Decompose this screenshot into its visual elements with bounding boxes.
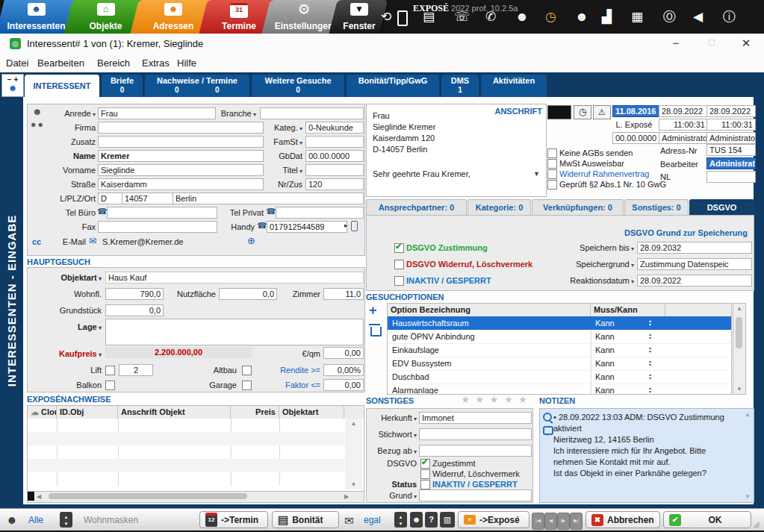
- stepper-icon[interactable]: ▴▾: [649, 319, 651, 327]
- col-musskann[interactable]: Muss/Kann: [591, 304, 665, 316]
- tab-bonitaet-tipp-gwg[interactable]: Bonität/Tipp/GwG: [347, 75, 439, 97]
- phone-list-icon[interactable]: ☏: [454, 9, 470, 25]
- info-icon[interactable]: ⓘ: [723, 9, 736, 25]
- mobile-icon[interactable]: [351, 221, 358, 231]
- phone-add-icon[interactable]: ✆: [485, 9, 496, 25]
- stepper-icon[interactable]: ▴▾: [649, 387, 651, 394]
- handy-input[interactable]: 017912544589: [267, 221, 347, 233]
- termin-button[interactable]: 12 ->Termin: [199, 511, 268, 528]
- mail-egal-value[interactable]: egal: [364, 515, 381, 525]
- mail-icon[interactable]: ✉: [344, 514, 354, 528]
- help-button[interactable]: ?: [425, 512, 438, 528]
- subtab-kategorie[interactable]: Kategorie: 0: [468, 199, 531, 216]
- cc-label[interactable]: cc: [32, 237, 41, 248]
- col-cloud[interactable]: ☁ Cloud: [28, 406, 57, 419]
- minimize-button[interactable]: −: [665, 37, 687, 49]
- col-idobj[interactable]: ID.Obj: [57, 406, 118, 419]
- exposenachweise-vscrollbar[interactable]: ▲ ▼: [345, 419, 362, 489]
- media-icon[interactable]: ◀: [693, 9, 703, 25]
- scroll-up-icon[interactable]: ▲: [345, 420, 362, 427]
- gesuchoptionen-vscrollbar[interactable]: ▲ ▼: [733, 303, 746, 395]
- topnav-adressen[interactable]: ☻ Adressen: [139, 0, 208, 34]
- color-swatch[interactable]: [547, 105, 571, 119]
- tab-weitere-gesuche[interactable]: Weitere Gesuche 0: [252, 75, 344, 97]
- plz-input[interactable]: 14057: [122, 193, 176, 204]
- notizen-panel[interactable]: • 28.09.2022 13:03 ADM: DSGVO Zustimmung…: [539, 408, 754, 503]
- nav-next-button[interactable]: ▶: [557, 513, 570, 530]
- firma-input[interactable]: [98, 122, 264, 134]
- scroll-down-icon[interactable]: ▼: [745, 493, 751, 500]
- person-map-icon[interactable]: ☻: [410, 512, 423, 528]
- outlook-icon[interactable]: Ⓞ: [663, 9, 676, 25]
- scroll-right-icon[interactable]: ▶: [344, 493, 349, 500]
- ok-button[interactable]: ✔ OK: [663, 511, 751, 528]
- option-row[interactable]: Einkaufslage Kann ▴▾: [388, 343, 731, 357]
- altbau-checkbox[interactable]: [242, 366, 252, 375]
- add-option-button[interactable]: +: [369, 303, 377, 319]
- widerruf-rahmen-label[interactable]: Widerruf Rahmenvertrag: [559, 169, 649, 180]
- grund-input[interactable]: [419, 489, 532, 501]
- maximize-button[interactable]: □: [701, 37, 723, 48]
- expose-button[interactable]: » ->Exposé: [458, 511, 529, 528]
- topnav-objekte[interactable]: ⌂ Objekte: [72, 0, 139, 34]
- contacts-mail-icon[interactable]: ☻: [515, 9, 529, 25]
- subtab-ansprechpartner[interactable]: Ansprechpartner: 0: [366, 199, 467, 216]
- stopwatch-icon[interactable]: ◷: [545, 9, 556, 25]
- view-date[interactable]: 28.09.2022: [706, 105, 756, 117]
- speichergrund-input[interactable]: Zustimmung Datenspeic: [637, 258, 752, 270]
- mod-user[interactable]: Administrator: [659, 132, 708, 144]
- dsgvo-widerruf-checkbox[interactable]: [394, 260, 404, 269]
- option-row[interactable]: EDV Bussystem Kann ▴▾: [388, 357, 731, 371]
- magnifier-icon[interactable]: [543, 413, 552, 422]
- greeting-dropdown-icon[interactable]: ▼: [533, 170, 540, 178]
- topnav-interessenten[interactable]: ☻ Interessenten: [0, 0, 72, 34]
- telbuero-input[interactable]: [107, 207, 217, 219]
- mail-stepper[interactable]: ▲▼: [394, 512, 407, 528]
- speichern-bis-input[interactable]: 28.09.2032: [637, 242, 752, 254]
- greeting-value[interactable]: Sehr geehrte Frau Kremer,: [373, 169, 470, 180]
- eqm-input[interactable]: 0,00: [323, 347, 364, 359]
- exposenachweise-hscrollbar[interactable]: ◀ ▶: [27, 491, 364, 503]
- col-anschrift[interactable]: Anschrift Objekt: [118, 406, 231, 419]
- col-option-bezeichnung[interactable]: Option Bezeichnung: [388, 304, 591, 316]
- dsgvo-inaktiv-checkbox[interactable]: [394, 276, 404, 286]
- nav-prev-button[interactable]: ◀: [544, 513, 557, 530]
- strasse-input[interactable]: Kaiserdamm: [98, 178, 264, 190]
- dsgvo-zustimmung-checkbox[interactable]: [394, 243, 404, 253]
- tab-dms[interactable]: DMS 1: [441, 75, 479, 97]
- close-button[interactable]: ✕: [735, 37, 757, 50]
- titel-input[interactable]: [305, 164, 364, 176]
- stepper-icon[interactable]: ▴▾: [649, 360, 651, 367]
- col-objektart[interactable]: Objektart: [279, 406, 344, 419]
- land-input[interactable]: D: [98, 193, 125, 204]
- tab-interessent[interactable]: INTERESSENT: [25, 75, 99, 97]
- hscroll-thumb[interactable]: [49, 493, 247, 499]
- document-clock-icon[interactable]: ▤: [423, 9, 435, 25]
- zusatz-input[interactable]: [98, 136, 264, 148]
- agb-checkbox[interactable]: [547, 148, 557, 158]
- reaktionsdatum-input[interactable]: 28.09.2022: [637, 275, 752, 287]
- faktor-input[interactable]: 0,00: [323, 379, 364, 391]
- note-bubble-icon[interactable]: [543, 426, 553, 435]
- zimmer-input[interactable]: 11,0: [323, 288, 364, 300]
- bezug-ab-input[interactable]: [419, 445, 532, 457]
- adressnr-input[interactable]: TUS 154: [706, 144, 756, 156]
- menu-extras[interactable]: Extras: [142, 57, 170, 69]
- table-row[interactable]: [28, 432, 344, 445]
- herkunft-input[interactable]: Immonet: [419, 412, 532, 424]
- subtab-sonstiges[interactable]: Sonstiges: 0: [624, 199, 689, 216]
- vscroll-thumb[interactable]: [736, 317, 742, 348]
- sonstiges-widerruf-checkbox[interactable]: [420, 469, 430, 479]
- dial-arrow-icon[interactable]: ▸: [344, 222, 348, 229]
- topnav-fenster[interactable]: ▼ Fenster: [338, 0, 381, 34]
- kateg-input[interactable]: 0-Neukunde: [305, 122, 364, 134]
- tab-nachweise-termine[interactable]: Nachweise / Termine 0 0: [145, 75, 249, 97]
- table-row[interactable]: [28, 459, 344, 472]
- angelegt-date[interactable]: 11.08.2016: [612, 105, 660, 117]
- tab-briefe[interactable]: Briefe 0: [102, 75, 143, 97]
- rating-stars[interactable]: ★ ★ ★ ★ ★: [448, 394, 529, 405]
- status-inaktiv-checkbox[interactable]: [420, 480, 430, 489]
- subtab-verknuepfungen[interactable]: Verknüpfungen: 0: [532, 199, 624, 216]
- lift-checkbox[interactable]: [105, 366, 115, 375]
- abbrechen-button[interactable]: ✖ Abbrechen: [586, 511, 660, 528]
